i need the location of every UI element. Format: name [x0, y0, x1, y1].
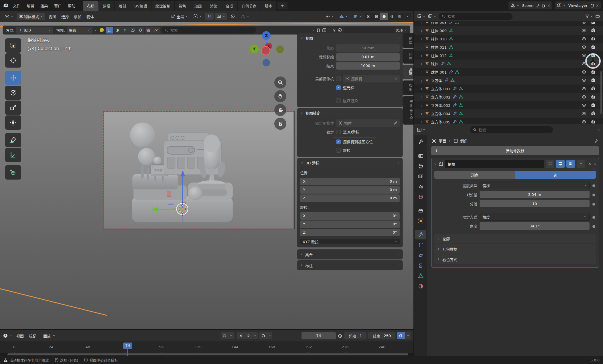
transform-orientation-dropdown[interactable]: 全局	[169, 13, 190, 20]
outliner-search-input[interactable]: 搜索	[439, 13, 513, 20]
workspace-tab[interactable]: 着色	[175, 1, 190, 11]
camera-view-button[interactable]	[274, 104, 286, 116]
animate-dot-icon[interactable]: ●	[592, 202, 596, 206]
clear-icon[interactable]: ✕	[394, 76, 397, 81]
display-mode-button[interactable]	[428, 14, 436, 19]
box-select-icon[interactable]	[106, 27, 113, 34]
outliner-row[interactable]: 立方体.001	[414, 84, 603, 93]
add-workspace-button[interactable]: +	[277, 2, 287, 9]
timeline-menu-0[interactable]: 视图	[14, 332, 26, 340]
affect-tab-边[interactable]: 边	[515, 171, 596, 179]
camera-to-view-checkbox[interactable]: ✓	[336, 139, 341, 144]
passepartout-checkbox[interactable]: ✓	[336, 85, 341, 90]
n-panel-tab-动画[interactable]: 动画	[403, 80, 413, 95]
limit-method-dropdown[interactable]: 角度	[480, 213, 590, 221]
cursor-position-z-field[interactable]: Z0 m	[300, 194, 400, 202]
viewport-menu-2[interactable]: 添加	[71, 13, 84, 20]
pivot-point-dropdown[interactable]	[191, 13, 204, 20]
tool-scale[interactable]	[5, 101, 21, 115]
expand-chevron-icon[interactable]	[420, 120, 423, 124]
properties-tab-particles[interactable]	[415, 240, 426, 250]
expand-chevron-icon[interactable]	[420, 111, 423, 116]
drag-dots-icon[interactable]: ⠿	[397, 36, 400, 40]
timeline-scrollbar[interactable]	[0, 353, 413, 356]
stack-icon[interactable]	[145, 27, 152, 34]
toggle-xray-icon[interactable]	[365, 13, 373, 20]
zigzag-icon[interactable]	[152, 27, 160, 34]
frame-end-field[interactable]: 结束250	[368, 332, 395, 339]
timeline-ruler[interactable]: 02448729612014416819221624074	[0, 341, 413, 356]
droplets-icon[interactable]	[121, 27, 129, 34]
current-frame-field[interactable]: 74	[302, 332, 336, 339]
hide-eye-icon[interactable]	[582, 28, 586, 33]
focal-length-field[interactable]: 50 mm	[336, 44, 400, 52]
disable-render-icon[interactable]	[591, 22, 596, 24]
lock-rotation-checkbox[interactable]	[336, 148, 341, 153]
outliner-row[interactable]: 立方体.002	[414, 93, 603, 101]
navigation-gizmo[interactable]: Z Y X	[249, 28, 291, 74]
disable-render-icon[interactable]	[591, 103, 596, 107]
hide-eye-icon[interactable]	[582, 78, 586, 82]
properties-search-input[interactable]: 搜索	[470, 126, 553, 133]
animate-dot-icon[interactable]: ●	[592, 224, 596, 228]
falloff-dropdown[interactable]	[238, 13, 251, 20]
disable-render-icon[interactable]	[591, 45, 596, 49]
frame-start-field[interactable]: 起始1	[344, 332, 366, 339]
hide-eye-icon[interactable]	[582, 95, 586, 99]
cursor-rotation-x-field[interactable]: X0°	[300, 212, 400, 220]
tool-measure[interactable]	[5, 148, 21, 162]
clip-end-field[interactable]: 1000 m	[336, 62, 400, 70]
close-modifier-icon[interactable]: ✕	[587, 162, 592, 166]
modifier-editmode-toggle[interactable]	[546, 160, 554, 168]
viewport-menu-0[interactable]: 视图	[46, 13, 59, 20]
properties-tab-constraints[interactable]	[415, 261, 426, 270]
current-frame-marker[interactable]: 74	[123, 343, 133, 356]
outliner-scrollbar[interactable]	[600, 71, 602, 114]
pan-button[interactable]	[274, 90, 286, 102]
properties-tab-output[interactable]	[415, 161, 426, 171]
properties-tab-modifiers[interactable]	[415, 230, 426, 239]
outliner-row[interactable]: 柱体.011	[414, 43, 603, 51]
lock-button[interactable]	[274, 118, 286, 130]
show-gizmo-dropdown[interactable]	[324, 13, 336, 20]
mode-dropdown[interactable]: 物体模式	[17, 13, 45, 20]
workspace-tab[interactable]: 动画	[190, 1, 206, 11]
expand-chevron-icon[interactable]	[420, 28, 423, 33]
workspace-tab[interactable]: 雕刻	[115, 1, 130, 11]
hide-eye-icon[interactable]	[582, 111, 586, 116]
properties-tab-collection[interactable]	[415, 206, 426, 215]
outliner-row[interactable]: 立方体.005	[414, 118, 603, 124]
properties-tab-object[interactable]	[415, 216, 426, 226]
amount-field[interactable]: 3.04 m	[480, 191, 590, 198]
timeline-menu-1[interactable]: 标记	[26, 332, 39, 340]
topbar-menu-4[interactable]: 帮助	[65, 2, 78, 9]
properties-tab-tool[interactable]	[415, 137, 426, 147]
zoom-button[interactable]	[274, 76, 286, 88]
properties-tab-world[interactable]	[415, 192, 426, 202]
chevron-down-icon[interactable]	[94, 29, 97, 32]
topbar-menu-3[interactable]: 窗口	[51, 2, 65, 9]
render-region-checkbox[interactable]	[336, 98, 341, 103]
playback-menu[interactable]: 回放	[41, 332, 58, 340]
breadcrumb-modifier[interactable]: 倒角	[460, 138, 468, 143]
disable-render-icon[interactable]	[591, 120, 596, 124]
shading-rendered-icon[interactable]	[396, 13, 403, 20]
sync-dropdown[interactable]	[221, 332, 234, 339]
expand-chevron-icon[interactable]	[420, 62, 423, 66]
expand-chevron-icon[interactable]	[420, 103, 423, 107]
hide-eye-icon[interactable]	[582, 37, 586, 41]
loop-dropdown[interactable]	[259, 332, 272, 339]
affect-tab-顶点[interactable]: 顶点	[434, 171, 515, 179]
swirl-icon[interactable]	[129, 27, 137, 34]
clip-start-field[interactable]: 0.01 m	[336, 53, 400, 61]
outliner-row[interactable]: 柱体.012	[414, 51, 603, 60]
chevron-down-icon[interactable]	[312, 29, 315, 32]
pin-icon[interactable]	[536, 3, 540, 7]
tool-rotate[interactable]	[5, 86, 21, 100]
properties-tab-view-layer[interactable]	[415, 171, 426, 181]
snap-toggle-button[interactable]	[205, 13, 214, 20]
xray-dropdown[interactable]	[351, 13, 364, 20]
new-scene-icon[interactable]	[541, 3, 546, 8]
expand-chevron-icon[interactable]	[420, 86, 423, 91]
segments-field[interactable]: 10	[480, 200, 590, 207]
